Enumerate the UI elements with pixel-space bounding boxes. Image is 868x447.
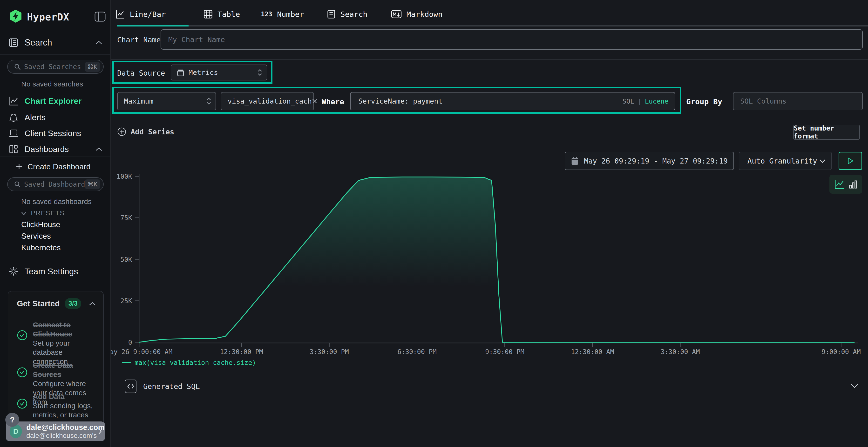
chevron-up-icon: [95, 147, 102, 151]
search-section-icon: [9, 38, 19, 47]
hyperdx-app: 025K50K75K100KMay 26 9:00:00 AM12:30:00 …: [0, 0, 868, 447]
metric-tag-value: visa_validation_cach: [227, 97, 312, 105]
chart-name-field[interactable]: [161, 29, 863, 49]
task-connect-clickhouse[interactable]: Connect to ClickHouse Set up your databa…: [17, 320, 99, 366]
sidebar-section-search[interactable]: Search: [0, 36, 111, 49]
chevron-up-icon[interactable]: [89, 302, 95, 305]
no-saved-dashboards-text: No saved dashboards: [21, 198, 92, 206]
task-add-data[interactable]: Add Data Start sending logs, metrics, or…: [17, 392, 99, 419]
create-dashboard-button[interactable]: Create Dashboard: [0, 161, 111, 172]
svg-text:6:30:00 PM: 6:30:00 PM: [397, 348, 437, 355]
group-by-input[interactable]: [740, 97, 856, 105]
search-doc-icon: [327, 10, 336, 19]
user-menu[interactable]: D dale@clickhouse.com dale@clickhouse.co…: [6, 421, 105, 441]
tab-search[interactable]: Search: [327, 9, 368, 20]
task-title: Create Data Sources: [33, 361, 99, 379]
sidebar-item-label: Chart Explorer: [25, 96, 82, 106]
generated-sql-toggle[interactable]: Generated SQL: [125, 380, 200, 393]
create-dashboard-label: Create Dashboard: [28, 162, 90, 171]
markdown-icon: [391, 10, 402, 18]
aggregation-select[interactable]: Maximum: [117, 92, 216, 110]
set-number-format-button[interactable]: Set number format: [793, 125, 860, 140]
play-icon: [847, 157, 854, 165]
legend-line-marker: [122, 362, 131, 363]
bell-icon: [9, 112, 19, 122]
add-series-label: Add Series: [131, 128, 174, 136]
line-chart-icon: [115, 9, 125, 19]
metric-tag[interactable]: visa_validation_cach: [221, 92, 314, 110]
where-field[interactable]: ServiceName: payment SQL | Lucene: [350, 92, 675, 110]
tab-table[interactable]: Table: [204, 9, 240, 20]
chart-type-toggle: [830, 175, 862, 194]
lucene-toggle[interactable]: Lucene: [645, 98, 669, 105]
table-icon: [204, 10, 213, 19]
svg-text:25K: 25K: [120, 297, 132, 305]
active-tab-underline: [117, 25, 189, 27]
chevron-up-icon: [95, 41, 102, 44]
chevron-down-icon: [819, 159, 826, 163]
saved-dashboards-input[interactable]: [24, 180, 85, 188]
svg-text:3:30:00 AM: 3:30:00 AM: [661, 348, 700, 355]
shortcut-badge: ⌘K: [85, 62, 100, 72]
task-subtitle: Start sending logs, metrics, or traces: [33, 401, 99, 419]
get-started-panel: Get Started 3/3 Connect to ClickHouse Se…: [8, 291, 104, 426]
preset-services[interactable]: Services: [21, 232, 51, 241]
search-icon: [14, 181, 21, 187]
get-started-title: Get Started: [17, 299, 60, 308]
search-icon: [14, 63, 21, 70]
number-123-icon: 123: [261, 10, 272, 18]
sidebar-item-label: Alerts: [25, 113, 45, 122]
select-chevrons-icon: [207, 97, 211, 105]
granularity-select[interactable]: Auto Granularity: [739, 152, 832, 170]
user-email: dale@clickhouse.com: [26, 423, 98, 432]
preset-clickhouse[interactable]: ClickHouse: [21, 220, 60, 229]
group-by-field[interactable]: [733, 92, 863, 110]
chevron-right-icon: [98, 428, 102, 435]
sidebar: HyperDX Search ⌘K: [0, 0, 111, 447]
sql-toggle[interactable]: SQL: [622, 98, 634, 105]
circle-plus-icon: [117, 127, 126, 136]
sidebar-item-client-sessions[interactable]: Client Sessions: [0, 126, 111, 140]
help-button[interactable]: ?: [5, 413, 19, 427]
tab-number[interactable]: 123 Number: [261, 9, 304, 20]
sidebar-item-alerts[interactable]: Alerts: [0, 110, 111, 124]
saved-dashboards-search[interactable]: ⌘K: [7, 177, 104, 191]
svg-text:50K: 50K: [120, 256, 132, 263]
add-series-button[interactable]: Add Series: [117, 127, 174, 136]
sidebar-item-chart-explorer[interactable]: Chart Explorer: [0, 94, 111, 108]
gear-icon: [9, 267, 19, 276]
generated-sql-label: Generated SQL: [143, 382, 200, 391]
chart-name-label: Chart Name: [117, 36, 161, 44]
presets-header[interactable]: PRESETS: [21, 209, 65, 217]
hyperdx-logo-icon[interactable]: [9, 9, 23, 23]
data-source-select[interactable]: Metrics: [171, 65, 267, 80]
sidebar-item-label: Dashboards: [25, 144, 69, 154]
saved-searches-search[interactable]: ⌘K: [7, 60, 104, 74]
code-icon: [125, 380, 136, 393]
chevron-down-icon[interactable]: [850, 383, 858, 388]
saved-searches-input[interactable]: [24, 63, 85, 71]
chart-name-input[interactable]: [168, 35, 855, 44]
tab-markdown[interactable]: Markdown: [391, 9, 442, 20]
user-subtitle: dale@clickhouse.com's: [26, 432, 98, 440]
shortcut-badge: ⌘K: [85, 179, 100, 189]
run-query-button[interactable]: [839, 152, 862, 170]
tab-line-bar[interactable]: Line/Bar: [115, 9, 166, 20]
collapse-sidebar-icon[interactable]: [94, 11, 105, 22]
group-by-label: Group By: [686, 97, 722, 106]
date-range-picker[interactable]: May 26 09:29:19 - May 27 09:29:19: [565, 152, 734, 170]
progress-badge: 3/3: [65, 298, 82, 309]
sidebar-item-dashboards[interactable]: Dashboards: [0, 142, 111, 156]
remove-metric-icon[interactable]: [312, 98, 317, 104]
team-settings-item[interactable]: Team Settings: [0, 265, 111, 278]
bar-chart-type-icon[interactable]: [849, 179, 858, 189]
data-source-value: Metrics: [189, 68, 218, 77]
sidebar-item-label: Client Sessions: [25, 129, 81, 138]
granularity-value: Auto Granularity: [747, 157, 817, 165]
preset-kubernetes[interactable]: Kubernetes: [21, 243, 61, 252]
chart-explorer-icon: [9, 96, 19, 106]
presets-label: PRESETS: [31, 209, 65, 217]
line-chart-type-icon[interactable]: [834, 179, 845, 190]
dashboards-icon: [9, 144, 19, 154]
svg-text:12:30:00 AM: 12:30:00 AM: [571, 348, 614, 355]
